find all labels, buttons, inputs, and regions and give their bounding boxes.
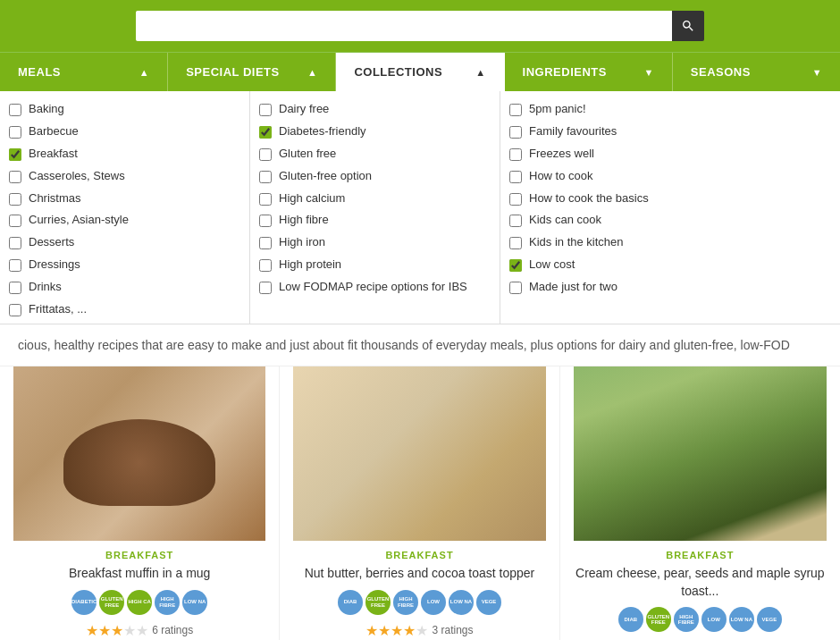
checkbox[interactable] xyxy=(509,193,522,206)
checkbox-item[interactable]: Curries, Asian-style xyxy=(0,209,249,232)
checkbox-item[interactable]: Family favourites xyxy=(500,121,751,143)
nav-label: MEALS xyxy=(18,65,61,79)
checkbox[interactable] xyxy=(259,282,272,294)
checkbox[interactable] xyxy=(509,215,522,227)
checkbox-item[interactable]: High calcium xyxy=(250,188,500,210)
checkbox-item[interactable]: Baking xyxy=(0,98,249,121)
checkbox[interactable] xyxy=(509,259,522,272)
nav-label: INGREDIENTS xyxy=(523,65,607,79)
checkbox[interactable] xyxy=(259,237,272,249)
checkbox[interactable] xyxy=(9,237,21,249)
checkbox[interactable] xyxy=(259,126,272,139)
checkbox-item[interactable]: Low cost xyxy=(500,254,751,276)
recipe-card[interactable]: BREAKFASTNut butter, berries and cocoa t… xyxy=(280,366,559,640)
checkbox-item[interactable]: High iron xyxy=(250,232,500,254)
checkbox[interactable] xyxy=(9,126,21,139)
checkbox-item[interactable]: Gluten free xyxy=(250,143,500,165)
search-bar xyxy=(0,0,840,52)
checkbox[interactable] xyxy=(509,282,522,294)
content-area: cious, healthy recipes that are easy to … xyxy=(0,324,840,640)
checkbox-item[interactable]: Breakfast xyxy=(0,143,249,165)
checkbox[interactable] xyxy=(9,215,21,227)
checkbox-label: High protein xyxy=(279,257,341,273)
recipe-rating: ★★★★★3 ratings xyxy=(293,622,545,639)
nav-item-ingredients[interactable]: INGREDIENTS ▼ xyxy=(505,53,673,91)
checkbox[interactable] xyxy=(9,282,21,294)
recipe-card[interactable]: BREAKFASTBreakfast muffin in a mugDIABET… xyxy=(0,366,280,640)
checkbox[interactable] xyxy=(259,171,272,183)
checkbox-item[interactable]: Dairy free xyxy=(250,98,500,121)
checkbox-item[interactable]: Frittatas, ... xyxy=(0,299,249,321)
checkbox[interactable] xyxy=(9,171,21,183)
checkbox[interactable] xyxy=(9,193,21,206)
recipes-description: cious, healthy recipes that are easy to … xyxy=(0,324,840,366)
checkbox-label: 5pm panic! xyxy=(529,102,586,117)
checkbox[interactable] xyxy=(259,104,272,116)
checkbox[interactable] xyxy=(259,148,272,161)
nav-item-seasons[interactable]: SEASONS ▼ xyxy=(673,53,840,91)
checkbox-item[interactable]: Casseroles, Stews xyxy=(0,165,249,188)
checkbox-label: Drinks xyxy=(29,280,62,295)
checkbox-item[interactable]: Made just for two xyxy=(500,276,751,299)
checkbox-item[interactable]: How to cook xyxy=(500,165,751,188)
checkbox-label: High calcium xyxy=(279,191,345,206)
checkbox[interactable] xyxy=(9,148,21,161)
chevron-icon: ▲ xyxy=(307,67,317,78)
checkbox-item[interactable]: Desserts xyxy=(0,232,249,254)
recipe-card[interactable]: BREAKFASTCream cheese, pear, seeds and m… xyxy=(560,366,840,640)
search-icon xyxy=(681,19,695,33)
checkbox-item[interactable]: Freezes well xyxy=(500,143,751,165)
checkbox-item[interactable]: How to cook the basics xyxy=(500,188,751,210)
checkbox-label: Desserts xyxy=(29,235,74,250)
recipe-badge: HIGH CA xyxy=(127,590,152,615)
checkbox[interactable] xyxy=(259,193,272,206)
recipe-badge: GLUTEN FREE xyxy=(99,590,124,615)
checkbox-item[interactable]: Low FODMAP recipe options for IBS xyxy=(250,276,500,299)
dropdown-special-diets: Dairy freeDiabetes-friendlyGluten freeGl… xyxy=(250,91,500,324)
checkbox[interactable] xyxy=(509,237,522,249)
checkbox-label: Barbecue xyxy=(29,124,79,139)
checkbox-label: Dairy free xyxy=(279,102,329,117)
checkbox[interactable] xyxy=(509,126,522,139)
checkbox-label: Kids in the kitchen xyxy=(529,235,624,250)
recipe-badges: DIABGLUTEN FREEHIGH FIBRELOWLOW NAVEGE xyxy=(293,590,545,615)
recipe-grid: BREAKFASTBreakfast muffin in a mugDIABET… xyxy=(0,366,840,640)
search-input[interactable] xyxy=(136,11,672,41)
checkbox-item[interactable]: Christmas xyxy=(0,188,249,210)
recipe-image xyxy=(293,366,545,541)
checkbox[interactable] xyxy=(509,148,522,161)
checkbox-item[interactable]: Kids can cook xyxy=(500,209,751,232)
nav-item-special-diets[interactable]: SPECIAL DIETS ▲ xyxy=(168,53,336,91)
checkbox-item[interactable]: High protein xyxy=(250,254,500,276)
checkbox-item[interactable]: Diabetes-friendly xyxy=(250,121,500,143)
checkbox-item[interactable]: High fibre xyxy=(250,209,500,232)
checkbox-item[interactable]: Kids in the kitchen xyxy=(500,232,751,254)
checkbox[interactable] xyxy=(509,104,522,116)
recipe-badge: LOW xyxy=(421,590,446,615)
checkbox-item[interactable]: Dressings xyxy=(0,254,249,276)
checkbox[interactable] xyxy=(9,304,21,316)
checkbox[interactable] xyxy=(259,215,272,227)
recipe-badge: LOW NA xyxy=(449,590,474,615)
checkbox[interactable] xyxy=(509,171,522,183)
nav-bar: MEALS ▲ SPECIAL DIETS ▲ COLLECTIONS ▲ IN… xyxy=(0,52,840,91)
checkbox-item[interactable]: Gluten-free option xyxy=(250,165,500,188)
recipe-category: BREAKFAST xyxy=(13,550,265,560)
checkbox-item[interactable]: Drinks xyxy=(0,276,249,299)
checkbox-item[interactable]: 5pm panic! xyxy=(500,98,751,121)
recipe-badge: GLUTEN FREE xyxy=(646,607,671,632)
recipe-category: BREAKFAST xyxy=(293,550,545,560)
checkbox[interactable] xyxy=(9,259,21,272)
checkbox-label: Breakfast xyxy=(29,147,78,162)
checkbox-item[interactable]: Barbecue xyxy=(0,121,249,143)
checkbox-label: Kids can cook xyxy=(529,213,601,228)
checkbox[interactable] xyxy=(259,259,272,272)
checkbox[interactable] xyxy=(9,104,21,116)
recipe-badge: VEGE xyxy=(476,590,501,615)
dropdown-meals: BakingBarbecueBreakfastCasseroles, Stews… xyxy=(0,91,250,324)
nav-label: SPECIAL DIETS xyxy=(186,65,280,79)
nav-item-collections[interactable]: COLLECTIONS ▲ xyxy=(336,53,504,91)
nav-item-meals[interactable]: MEALS ▲ xyxy=(0,53,168,91)
search-button[interactable] xyxy=(672,11,704,41)
checkbox-label: Curries, Asian-style xyxy=(29,213,129,228)
